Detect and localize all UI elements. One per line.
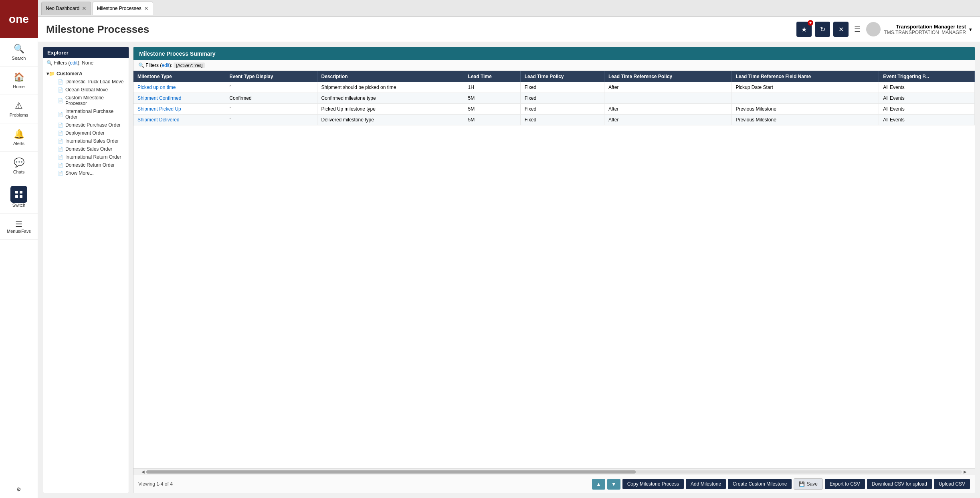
copy-milestone-process-button[interactable]: Copy Milestone Process: [622, 479, 684, 489]
sidebar-item-chats[interactable]: 💬 Chats: [0, 152, 38, 180]
scroll-up-button[interactable]: ▲: [592, 479, 605, 490]
tree-item-ocean-global[interactable]: 📄 Ocean Global Move: [55, 86, 129, 94]
tab-close-milestone-processes[interactable]: ✕: [144, 5, 149, 12]
add-milestone-button[interactable]: Add Milestone: [686, 479, 726, 489]
cell-milestone-type[interactable]: Shipment Confirmed: [133, 93, 225, 104]
cell-event-type: Confirmed: [225, 93, 317, 104]
col-lead-time: Lead Time: [464, 71, 520, 82]
cell-lead-time-ref-policy: After: [604, 82, 731, 93]
cell-description: Picked Up milestone type: [317, 104, 464, 115]
scroll-down-button[interactable]: ▼: [607, 479, 620, 490]
data-table: Milestone Type Event Type Display Descri…: [133, 71, 975, 468]
svg-rect-1: [20, 191, 22, 194]
tree-item-custom-milestone[interactable]: 📄 Custom Milestone Processor: [55, 94, 129, 107]
table-row: Shipment Delivered ʼ Delivered milestone…: [133, 115, 975, 125]
col-event-type: Event Type Display: [225, 71, 317, 82]
download-csv-button[interactable]: Download CSV for upload: [867, 479, 932, 489]
tree-item-show-more[interactable]: 📄 Show More...: [55, 169, 129, 177]
col-lead-time-ref-policy: Lead Time Reference Policy: [604, 71, 731, 82]
search-icon: 🔍: [14, 44, 24, 54]
content-filters: 🔍 Filters (edit): [Active?: Yes]: [133, 60, 975, 71]
tree-item-domestic-truck[interactable]: 📄 Domestic Truck Load Move: [55, 78, 129, 86]
cell-description: Delivered milestone type: [317, 115, 464, 125]
save-button[interactable]: 💾 Save: [794, 478, 822, 490]
col-milestone-type: Milestone Type: [133, 71, 225, 82]
upload-csv-button[interactable]: Upload CSV: [934, 479, 970, 489]
svg-rect-0: [15, 191, 18, 194]
app-logo[interactable]: one: [0, 0, 38, 38]
explorer-panel: Explorer 🔍 Filters (edit): None ▾📁 Custo…: [43, 47, 129, 493]
cell-lead-time: 5M: [464, 115, 520, 125]
doc-icon: 📄: [58, 87, 63, 93]
sidebar-item-search[interactable]: 🔍 Search: [0, 38, 38, 67]
cell-description: Shipment should be picked on time: [317, 82, 464, 93]
doc-icon: 📄: [58, 79, 63, 85]
cell-event-type: ʼ: [225, 104, 317, 115]
doc-icon: 📄: [58, 163, 63, 168]
hamburger-icon: ☰: [854, 25, 861, 33]
active-filter-tag: [Active?: Yes]: [174, 63, 205, 68]
filters-edit-link[interactable]: edit: [70, 60, 77, 66]
doc-icon: 📄: [58, 171, 63, 176]
tree-item-intl-return[interactable]: 📄 International Return Order: [55, 153, 129, 161]
tab-bar: Neo Dashboard ✕ Milestone Processes ✕: [38, 0, 980, 17]
sidebar-item-settings[interactable]: ⚙: [0, 481, 38, 498]
tree-item-intl-purchase[interactable]: 📄 International Purchase Order: [55, 107, 129, 121]
user-section[interactable]: Transportation Manager test TMS.TRANSPOR…: [866, 22, 972, 36]
table-row: Shipment Confirmed Confirmed Confirmed m…: [133, 93, 975, 104]
scroll-track[interactable]: [146, 470, 962, 474]
footer-buttons: ▲ ▼ Copy Milestone Process Add Milestone…: [592, 478, 970, 490]
tree-item-deployment[interactable]: 📄 Deployment Order: [55, 129, 129, 137]
create-custom-milestone-button[interactable]: Create Custom Milestone: [728, 479, 792, 489]
refresh-icon: ↻: [820, 26, 825, 33]
doc-icon: 📄: [58, 98, 63, 103]
cell-lead-time-ref-field: Previous Milestone: [731, 115, 879, 125]
col-lead-time-ref-field: Lead Time Reference Field Name: [731, 71, 879, 82]
refresh-button[interactable]: ↻: [815, 22, 830, 37]
tree-item-dom-sales[interactable]: 📄 Domestic Sales Order: [55, 145, 129, 153]
tree-item-intl-sales[interactable]: 📄 International Sales Order: [55, 137, 129, 145]
horizontal-scrollbar[interactable]: ◀ ▶: [133, 468, 975, 475]
tree-children: 📄 Domestic Truck Load Move 📄 Ocean Globa…: [43, 78, 129, 177]
content-footer: Viewing 1-4 of 4 ▲ ▼ Copy Milestone Proc…: [133, 475, 975, 493]
user-info: Transportation Manager test TMS.TRANSPOR…: [884, 24, 966, 35]
favorites-badge: ★: [808, 20, 813, 26]
scroll-right-arrow[interactable]: ▶: [962, 470, 968, 474]
sidebar-item-home[interactable]: 🏠 Home: [0, 67, 38, 95]
folder-icon: ▾📁: [46, 71, 55, 77]
cell-milestone-type[interactable]: Shipment Delivered: [133, 115, 225, 125]
cell-milestone-type[interactable]: Shipment Picked Up: [133, 104, 225, 115]
cell-event-type: ʼ: [225, 82, 317, 93]
scroll-left-arrow[interactable]: ◀: [140, 470, 146, 474]
filters-label: 🔍 Filters (edit): None: [46, 60, 93, 66]
tab-close-neo-dashboard[interactable]: ✕: [82, 5, 87, 12]
content-filters-edit-link[interactable]: edit: [162, 63, 169, 68]
bell-icon: 🔔: [14, 129, 24, 139]
tree-item-dom-purchase[interactable]: 📄 Domestic Purchase Order: [55, 121, 129, 129]
menus-icon: ☰: [15, 219, 22, 229]
doc-icon: 📄: [58, 112, 63, 117]
tree-root-folder[interactable]: ▾📁 CustomerA: [43, 70, 129, 78]
explorer-header: Explorer: [43, 47, 129, 58]
export-to-csv-button[interactable]: Export to CSV: [825, 479, 865, 489]
sidebar-item-alerts[interactable]: 🔔 Alerts: [0, 123, 38, 152]
cell-milestone-type[interactable]: Picked up on time: [133, 82, 225, 93]
explorer-tree: ▾📁 CustomerA 📄 Domestic Truck Load Move …: [43, 68, 129, 179]
page-header: Milestone Processes ★ ★ ↻ ✕ ☰ Transporta…: [38, 17, 980, 42]
favorites-button[interactable]: ★ ★: [796, 22, 812, 37]
page-title: Milestone Processes: [46, 23, 149, 36]
close-button[interactable]: ✕: [833, 22, 849, 37]
main-area: Neo Dashboard ✕ Milestone Processes ✕ Mi…: [38, 0, 980, 498]
sidebar-item-menus[interactable]: ☰ Menus/Favs: [0, 214, 38, 240]
scroll-thumb[interactable]: [146, 470, 636, 474]
doc-icon: 📄: [58, 131, 63, 136]
sidebar-item-problems[interactable]: ⚠ Problems: [0, 95, 38, 123]
tree-item-dom-return[interactable]: 📄 Domestic Return Order: [55, 161, 129, 169]
col-lead-time-policy: Lead Time Policy: [520, 71, 604, 82]
tab-milestone-processes[interactable]: Milestone Processes ✕: [93, 2, 153, 15]
milestone-table: Milestone Type Event Type Display Descri…: [133, 71, 975, 125]
sidebar-item-switch[interactable]: Switch: [0, 180, 38, 214]
tab-neo-dashboard[interactable]: Neo Dashboard ✕: [41, 2, 91, 15]
cell-event-triggering: All Events: [879, 115, 975, 125]
menu-button[interactable]: ☰: [852, 22, 863, 36]
